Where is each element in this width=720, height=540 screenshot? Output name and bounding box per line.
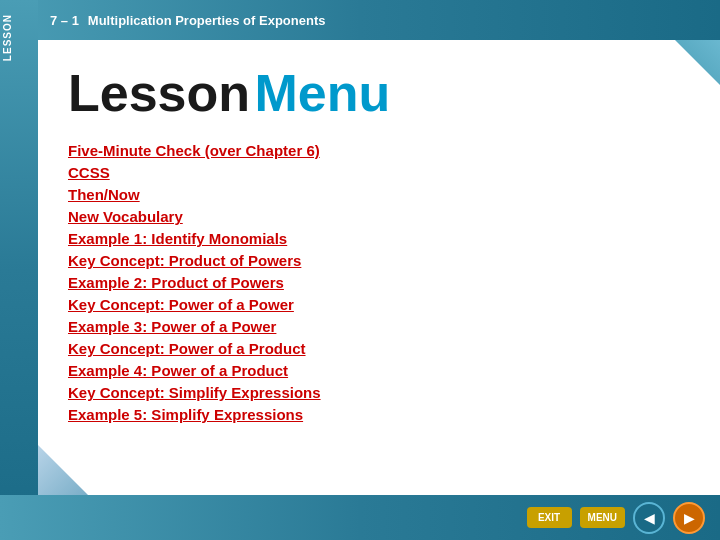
prev-button[interactable]: ◀	[633, 502, 665, 534]
menu-list-item[interactable]: Five-Minute Check (over Chapter 6)	[68, 142, 690, 160]
menu-item-link[interactable]: Example 3: Power of a Power	[68, 318, 276, 335]
next-icon: ▶	[684, 510, 695, 526]
menu-list-item[interactable]: Example 5: Simplify Expressions	[68, 406, 690, 424]
menu-item-link[interactable]: Key Concept: Simplify Expressions	[68, 384, 321, 401]
menu-item-link[interactable]: Example 4: Power of a Product	[68, 362, 288, 379]
menu-list-item[interactable]: Example 1: Identify Monomials	[68, 230, 690, 248]
menu-list-item[interactable]: Example 4: Power of a Product	[68, 362, 690, 380]
lesson-menu-title: Lesson Menu	[68, 60, 690, 122]
header-title: Multiplication Properties of Exponents	[88, 13, 326, 28]
menu-button[interactable]: MENU	[580, 507, 625, 528]
menu-list-item[interactable]: Key Concept: Power of a Product	[68, 340, 690, 358]
header-chapter: 7 – 1	[50, 13, 79, 28]
lesson-word: Lesson	[68, 64, 250, 122]
menu-item-link[interactable]: Key Concept: Power of a Product	[68, 340, 306, 357]
menu-item-link[interactable]: Five-Minute Check (over Chapter 6)	[68, 142, 320, 159]
bottom-nav: EXIT MENU ◀ ▶	[0, 495, 720, 540]
menu-list-item[interactable]: Example 2: Product of Powers	[68, 274, 690, 292]
exit-button[interactable]: EXIT	[527, 507, 572, 528]
lesson-label: LESSON	[2, 14, 13, 61]
menu-list-item[interactable]: Then/Now	[68, 186, 690, 204]
menu-list-item[interactable]: Key Concept: Power of a Power	[68, 296, 690, 314]
menu-list-item[interactable]: Key Concept: Product of Powers	[68, 252, 690, 270]
main-content: Lesson Menu Five-Minute Check (over Chap…	[38, 40, 720, 540]
menu-list-item[interactable]: Key Concept: Simplify Expressions	[68, 384, 690, 402]
menu-item-link[interactable]: Example 5: Simplify Expressions	[68, 406, 303, 423]
menu-word: Menu	[255, 64, 391, 122]
menu-list: Five-Minute Check (over Chapter 6)CCSSTh…	[68, 142, 690, 424]
menu-list-item[interactable]: CCSS	[68, 164, 690, 182]
menu-list-item[interactable]: New Vocabulary	[68, 208, 690, 226]
menu-item-link[interactable]: Example 1: Identify Monomials	[68, 230, 287, 247]
side-bar: LESSON	[0, 0, 38, 540]
next-button[interactable]: ▶	[673, 502, 705, 534]
menu-item-link[interactable]: CCSS	[68, 164, 110, 181]
menu-item-link[interactable]: Key Concept: Power of a Power	[68, 296, 294, 313]
header-bar: 7 – 1 Multiplication Properties of Expon…	[0, 0, 720, 40]
prev-icon: ◀	[644, 510, 655, 526]
menu-item-link[interactable]: Example 2: Product of Powers	[68, 274, 284, 291]
menu-item-link[interactable]: Then/Now	[68, 186, 140, 203]
menu-list-item[interactable]: Example 3: Power of a Power	[68, 318, 690, 336]
menu-item-link[interactable]: Key Concept: Product of Powers	[68, 252, 301, 269]
menu-item-link[interactable]: New Vocabulary	[68, 208, 183, 225]
